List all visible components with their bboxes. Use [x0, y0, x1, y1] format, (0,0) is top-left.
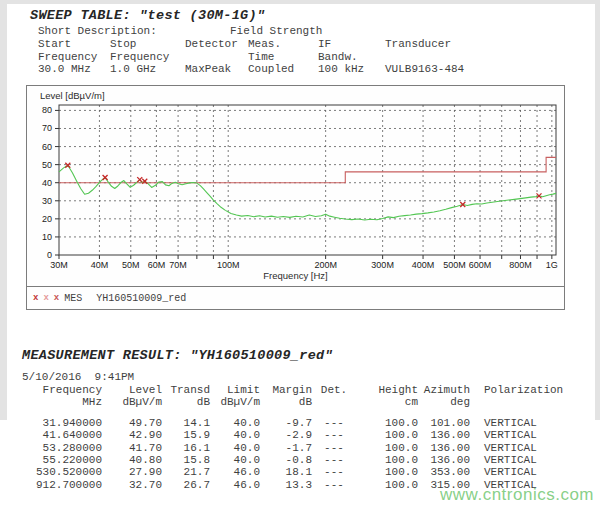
x-tick-label: 30M — [50, 260, 68, 270]
table-cell: 40.0 — [210, 417, 260, 429]
x-tick-label: 400M — [412, 260, 435, 270]
table-cell: 32.70 — [102, 479, 162, 491]
sweep-column-value: Coupled — [248, 63, 318, 76]
sweep-column-value: 1.0 GHz — [110, 63, 185, 76]
table-cell: --- — [312, 417, 356, 429]
measurement-table: FrequencyLevelTransdLimitMarginDet.Heigh… — [22, 384, 590, 491]
chart-legend: xxx MES YH160510009_red — [27, 286, 564, 309]
x-tick-label: 50M — [122, 260, 140, 270]
sweep-column-header: Start — [38, 38, 110, 51]
table-cell: --- — [312, 442, 356, 454]
table-cell: 46.0 — [210, 479, 260, 491]
table-cell: Level — [102, 384, 162, 396]
x-tick-label: 600M — [469, 260, 492, 270]
table-cell: 53.280000 — [22, 442, 102, 454]
table-cell: dB — [162, 396, 210, 408]
table-cell: 42.90 — [102, 429, 162, 441]
table-row: 55.22000040.8015.840.0-0.8---100.0136.00… — [22, 454, 590, 466]
sweep-column-value: MaxPeak — [185, 63, 248, 76]
table-cell: --- — [312, 479, 356, 491]
sweep-column-header: IF — [318, 38, 385, 51]
table-row: 53.28000041.7016.140.0-1.7---100.0136.00… — [22, 442, 590, 454]
short-description-label: Short Description: — [38, 25, 230, 38]
table-cell: -2.9 — [260, 429, 312, 441]
table-cell: --- — [312, 429, 356, 441]
table-cell: 136.00 — [418, 442, 470, 454]
x-tick-label: 40M — [91, 260, 109, 270]
table-cell: 40.0 — [210, 442, 260, 454]
sweep-column-value: 100 kHz — [318, 63, 385, 76]
y-tick-label: 30 — [42, 196, 52, 206]
legend-series-label: MES — [64, 293, 82, 304]
table-cell: 40.0 — [210, 429, 260, 441]
table-cell: 912.700000 — [22, 479, 102, 491]
sweep-column-header — [385, 51, 535, 64]
table-cell: VERTICAL — [470, 454, 590, 466]
table-cell: 16.1 — [162, 442, 210, 454]
table-cell: 41.640000 — [22, 429, 102, 441]
table-cell: 353.00 — [418, 466, 470, 478]
measurement-trace — [59, 165, 556, 220]
y-tick-label: 60 — [42, 142, 52, 152]
sweep-column-header: Detector — [185, 38, 248, 51]
sweep-column-value: 30.0 MHz — [38, 63, 110, 76]
y-tick-label: 10 — [42, 232, 52, 242]
table-cell: VERTICAL — [470, 417, 590, 429]
y-tick-label: 20 — [42, 214, 52, 224]
sweep-table-columns: StartFrequency30.0 MHzStopFrequency1.0 G… — [38, 38, 535, 76]
table-cell: Azimuth — [418, 384, 470, 396]
sweep-column: Transducer VULB9163-484 — [385, 38, 535, 76]
measurement-datetime: 5/10/2016 9:41PM — [22, 371, 134, 384]
legend-marker-icon: x — [54, 293, 59, 303]
sweep-column: IFBandw.100 kHz — [318, 38, 385, 76]
table-cell: 31.940000 — [22, 417, 102, 429]
table-cell: 55.220000 — [22, 454, 102, 466]
chart-x-axis-title: Frequency [Hz] — [27, 270, 564, 281]
table-cell: Polarization — [470, 384, 590, 396]
table-cell: Height — [356, 384, 418, 396]
x-tick-label: 1G — [546, 260, 558, 270]
y-tick-label: 70 — [42, 123, 52, 133]
table-cell: 21.7 — [162, 466, 210, 478]
table-cell: MHz — [22, 396, 102, 408]
sweep-table-title: SWEEP TABLE: "test (30M-1G)" — [30, 8, 265, 23]
x-tick-label: 200M — [314, 260, 337, 270]
table-cell: 136.00 — [418, 429, 470, 441]
x-tick-label: 800M — [509, 260, 532, 270]
sweep-column: StopFrequency1.0 GHz — [110, 38, 185, 76]
table-units-row: MHzdBµV/mdBdBµV/mdB cmdeg — [22, 396, 590, 408]
table-cell: VERTICAL — [470, 429, 590, 441]
table-cell: VERTICAL — [470, 442, 590, 454]
table-cell: -1.7 — [260, 442, 312, 454]
x-tick-label: 60M — [148, 260, 166, 270]
sweep-short-description: Short Description: Field Strength — [38, 25, 322, 38]
plot-frame — [59, 105, 556, 255]
table-cell: -9.7 — [260, 417, 312, 429]
y-tick-label: 40 — [42, 178, 52, 188]
table-cell: 13.3 — [260, 479, 312, 491]
watermark-text: www.cntronics.com — [440, 485, 594, 505]
table-cell: 101.00 — [418, 417, 470, 429]
table-cell: 530.520000 — [22, 466, 102, 478]
table-cell: --- — [312, 466, 356, 478]
sweep-column-header: Transducer — [385, 38, 535, 51]
legend-marker-icon: x — [33, 293, 38, 303]
table-cell: 15.8 — [162, 454, 210, 466]
x-tick-label: 300M — [371, 260, 394, 270]
table-cell: 15.9 — [162, 429, 210, 441]
table-cell: Margin — [260, 384, 312, 396]
page-edge-top — [0, 0, 600, 4]
limit-line — [59, 157, 556, 182]
sweep-column-header: Stop — [110, 38, 185, 51]
table-row: 41.64000042.9015.940.0-2.9---100.0136.00… — [22, 429, 590, 441]
sweep-column: Meas.TimeCoupled — [248, 38, 318, 76]
table-row: 31.94000049.7014.140.0-9.7---100.0101.00… — [22, 417, 590, 429]
sweep-column-header: Bandw. — [318, 51, 385, 64]
table-cell: 136.00 — [418, 454, 470, 466]
table-cell: 41.70 — [102, 442, 162, 454]
table-cell: 100.0 — [356, 466, 418, 478]
table-cell: Limit — [210, 384, 260, 396]
table-cell: 100.0 — [356, 429, 418, 441]
table-spacer-row — [22, 409, 590, 417]
table-cell: 100.0 — [356, 417, 418, 429]
